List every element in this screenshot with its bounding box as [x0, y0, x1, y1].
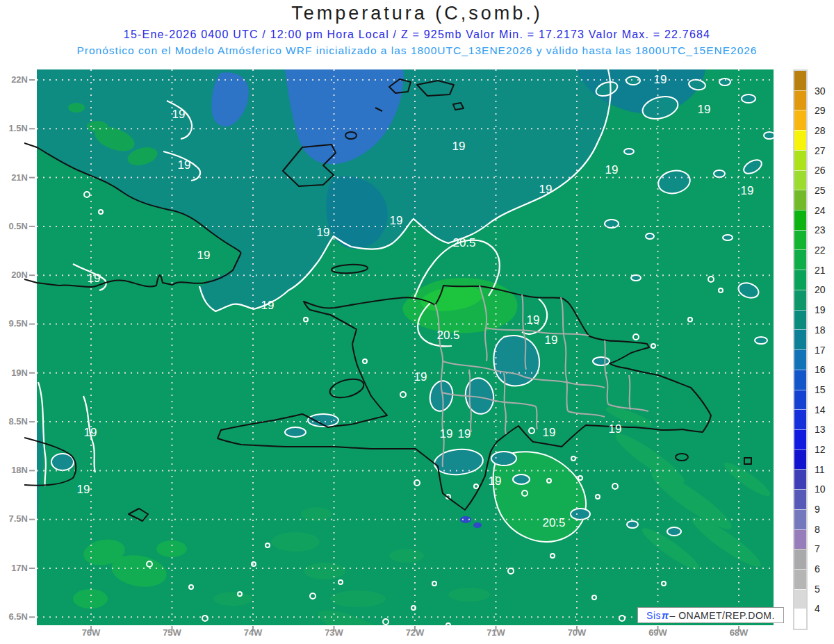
lon-tick-label: 72W [394, 627, 436, 638]
lat-tick-label: 22N [0, 74, 28, 85]
contour-label: 19 [178, 158, 191, 172]
colorbar-tick: 6 [815, 563, 834, 575]
weather-map-page: { "title": "Temperatura (C,somb.)", "sub… [0, 0, 834, 644]
model-info-line: Pronóstico con el Modelo Atmósferico WRF… [0, 44, 834, 57]
colorbar-band [794, 90, 806, 110]
colorbar-band [794, 349, 806, 370]
colorbar-band [794, 310, 806, 330]
colorbar-band [794, 609, 806, 629]
colorbar-band [794, 170, 806, 190]
colorbar-tick: 22 [815, 245, 834, 256]
lat-tick-label: 18N [0, 465, 28, 476]
contour-label: 20.5 [452, 236, 475, 249]
contour-label: 19 [654, 73, 667, 86]
sispi-logo: Sis [646, 610, 661, 621]
lat-tick-label: 7.5N [0, 513, 28, 525]
colorbar-band [794, 469, 806, 489]
colorbar-band [794, 529, 806, 550]
colorbar-band [794, 489, 806, 509]
temperature-shading [24, 69, 774, 634]
lon-tick-label: 70W [556, 627, 598, 638]
colorbar-band [794, 130, 806, 150]
lat-tick-label: 0.5N [0, 221, 28, 232]
contour-label: 19 [172, 108, 186, 121]
pi-icon: π [662, 610, 669, 621]
colorbar-band [794, 150, 806, 170]
colorbar-tick: 26 [815, 165, 834, 176]
contour-label: 19 [317, 226, 330, 239]
lon-tick-label: 75W [152, 627, 193, 638]
contour-label: 19 [452, 140, 466, 153]
colorbar-band [794, 71, 806, 90]
lat-tick-label: 20N [0, 270, 28, 281]
contour-label: 19 [698, 103, 711, 116]
colorbar-band [794, 290, 806, 310]
colorbar-band [794, 429, 806, 449]
temperature-map: 1919191919191919191919191920.5191920.519… [24, 69, 774, 634]
lon-tick-label: 71W [475, 627, 517, 638]
colorbar-tick: 7 [815, 543, 834, 554]
colorbar-band [794, 210, 806, 230]
colorbar-tick: 27 [815, 145, 834, 156]
colorbar-tick: 15 [815, 384, 834, 395]
colorbar-tick: 10 [815, 484, 834, 495]
colorbar-tick: 14 [815, 404, 834, 415]
colorbar-band [794, 589, 806, 609]
lat-tick-label: 9.5N [0, 318, 28, 329]
colorbar-tick: 19 [815, 304, 834, 315]
contour-label: 19 [741, 184, 754, 197]
colorbar-band [794, 249, 806, 270]
colorbar-tick: 12 [815, 444, 834, 455]
contour-label: 19 [609, 422, 622, 436]
colorbar-tick: 25 [815, 185, 834, 196]
forecast-time-line: 15-Ene-2026 0400 UTC / 12:00 pm Hora Loc… [0, 28, 834, 41]
colorbar-tick: 11 [815, 464, 834, 475]
lon-tick-label: 76W [70, 627, 112, 638]
colorbar-tick: 30 [815, 85, 834, 97]
contour-label: 19 [543, 426, 556, 439]
contour-label: 19 [489, 474, 502, 488]
colorbar-tick: 23 [815, 224, 834, 236]
contour-label: 19 [88, 272, 101, 285]
lon-tick-label: 73W [313, 627, 355, 638]
temperature-colorbar [793, 69, 808, 630]
colorbar-tick: 8 [815, 524, 834, 535]
colorbar-tick: 21 [815, 265, 834, 276]
page-title: Temperatura (C,somb.) [0, 3, 834, 24]
colorbar-band [794, 390, 806, 410]
contour-label: 19 [545, 333, 558, 347]
contour-label: 19 [84, 426, 97, 439]
contour-label: 19 [261, 299, 275, 312]
contour-label: 19 [527, 313, 540, 327]
colorbar-tick: 24 [815, 205, 834, 216]
contour-label: 20.5 [436, 329, 459, 342]
lat-tick-label: 1.5N [0, 123, 28, 134]
colorbar-tick: 17 [815, 345, 834, 356]
contour-label: 19 [77, 483, 90, 496]
agency-label: – ONAMET/REP.DOM. [670, 610, 775, 621]
lat-tick-label: 19N [0, 368, 28, 379]
lat-tick-label: 8.5N [0, 416, 28, 427]
lon-tick-label: 69W [637, 627, 679, 638]
contour-label: 19 [605, 163, 619, 176]
contour-label: 19 [440, 427, 453, 440]
contour-label: 20.5 [542, 516, 565, 529]
colorbar-tick: 5 [815, 584, 834, 595]
lon-tick-label: 68W [718, 627, 760, 638]
colorbar-tick: 28 [815, 125, 834, 136]
colorbar-band [794, 110, 806, 130]
colorbar-tick: 9 [815, 504, 834, 515]
colorbar-tick: 13 [815, 424, 834, 435]
colorbar-band [794, 549, 806, 569]
colorbar-tick: 4 [815, 603, 834, 614]
lat-tick-label: 17N [0, 563, 28, 574]
colorbar-tick: 18 [815, 324, 834, 336]
contour-label: 19 [414, 370, 427, 383]
lat-tick-label: 6.5N [0, 611, 28, 622]
colorbar-band [794, 409, 806, 429]
lat-tick-label: 21N [0, 172, 28, 183]
colorbar-tick: 29 [815, 105, 834, 116]
watermark-badge: Sisπ – ONAMET/REP.DOM. [637, 607, 784, 623]
colorbar-band [794, 329, 806, 349]
colorbar-tick: 16 [815, 364, 834, 375]
